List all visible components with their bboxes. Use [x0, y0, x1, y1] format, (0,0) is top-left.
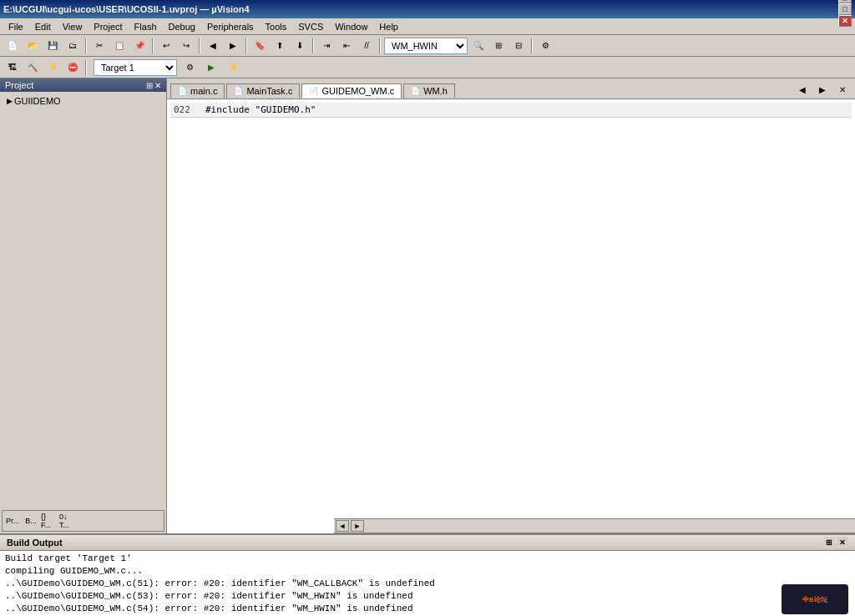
maximize-button[interactable]: □: [838, 3, 852, 15]
build-target-button[interactable]: 🏗: [3, 58, 22, 77]
build-output-panel: Build Output ⊞ ✕ Build target 'Target 1'…: [0, 533, 855, 616]
build-output-configure[interactable]: ⊞: [823, 537, 835, 548]
tab-wm-h[interactable]: 📄 WM.h: [403, 83, 455, 98]
title-controls: _ □ ✕: [838, 0, 852, 27]
unindent-button[interactable]: ⇤: [337, 37, 356, 55]
nav-forward-button[interactable]: ▶: [224, 37, 242, 55]
build-output-close[interactable]: ✕: [837, 537, 848, 548]
comment-button[interactable]: //: [357, 37, 376, 55]
copy-button[interactable]: 📋: [110, 37, 129, 55]
main-content: Project ⊞ ✕ ▶ GUIIDEMO Pr... B... {} F..…: [0, 78, 855, 533]
toolbar-build: 🏗 🔨 ⚡ ⛔ Target 1 ⚙ ▶ ⚡: [0, 57, 855, 78]
redo-button[interactable]: ↪: [177, 37, 195, 55]
separator-8: [85, 60, 87, 75]
symbol-dropdown[interactable]: WM_HWIN: [384, 38, 468, 54]
cut-button[interactable]: ✂: [90, 37, 109, 55]
project-configure-button[interactable]: ⊞: [146, 81, 153, 90]
menu-file[interactable]: File: [3, 20, 28, 33]
code-area[interactable]: 022 #include "GUIDEMO.h" ◀ ▶: [167, 99, 855, 533]
build-output-content[interactable]: Build target 'Target 1'compiling GUIDEMO…: [0, 551, 855, 616]
separator-1: [85, 38, 87, 53]
run-button[interactable]: ▶: [202, 58, 220, 77]
menu-edit[interactable]: Edit: [30, 20, 56, 33]
scroll-left-btn[interactable]: ◀: [336, 520, 349, 532]
rebuild-button[interactable]: 🔨: [23, 58, 42, 77]
browse-button[interactable]: ⊟: [509, 37, 528, 55]
open-file-button[interactable]: 📂: [23, 37, 42, 55]
bookmark-button[interactable]: 🔖: [250, 37, 269, 55]
tree-item-guiidemo[interactable]: ▶ GUIIDEMO: [3, 95, 163, 107]
title-bar: E:\UCGUI\ucgui-ucos\USER\UCOSII-1.uvproj…: [0, 0, 855, 18]
tab-maintask-c[interactable]: 📄 MainTask.c: [226, 83, 300, 98]
scroll-right-btn[interactable]: ▶: [351, 520, 364, 532]
file-icon-main: 📄: [178, 87, 187, 95]
tree-item-label: GUIIDEMO: [14, 96, 61, 106]
tab-close-btn[interactable]: ✕: [833, 80, 852, 98]
tab-close-right[interactable]: ▶: [813, 80, 832, 98]
menu-window[interactable]: Window: [330, 20, 372, 33]
find-button[interactable]: 🔍: [469, 37, 488, 55]
target-area: Target 1 ⚙ ▶ ⚡: [94, 58, 242, 77]
target-options-button[interactable]: ⚙: [180, 58, 199, 77]
code-line: 022 #include "GUIDEMO.h": [170, 103, 852, 118]
toolbar-main: 📄 📂 💾 🗂 ✂ 📋 📌 ↩ ↪ ◀ ▶ 🔖 ⬆ ⬇ ⇥ ⇤ // WM_HW…: [0, 35, 855, 57]
tab-main-c[interactable]: 📄 main.c: [170, 83, 225, 98]
window-title: E:\UCGUI\ucgui-ucos\USER\UCOSII-1.uvproj…: [3, 4, 250, 14]
undo-button[interactable]: ↩: [157, 37, 175, 55]
file-icon-guidemo: 📄: [309, 87, 318, 95]
separator-2: [152, 38, 154, 53]
tab-label-maintask: MainTask.c: [246, 86, 292, 96]
proj-tab-files-button[interactable]: Pr...: [3, 512, 22, 530]
menu-flash[interactable]: Flash: [129, 20, 162, 33]
target-dropdown[interactable]: Target 1: [94, 59, 177, 76]
new-file-button[interactable]: 📄: [3, 37, 22, 55]
menu-help[interactable]: Help: [374, 20, 403, 33]
prev-bookmark-button[interactable]: ⬆: [271, 37, 289, 55]
close-button[interactable]: ✕: [838, 15, 852, 27]
settings-button[interactable]: ⚙: [536, 37, 554, 55]
proj-tab-funcs-button[interactable]: {} F...: [40, 512, 58, 530]
code-nav: ◀ ▶: [334, 518, 855, 533]
menu-tools[interactable]: Tools: [261, 20, 292, 33]
project-tree: ▶ GUIIDEMO: [0, 92, 166, 110]
file-icon-maintask: 📄: [234, 87, 243, 95]
separator-7: [531, 38, 533, 53]
tab-label-guidemo: GUIDEMO_WM.c: [321, 86, 394, 96]
line-number: 022: [174, 104, 199, 115]
nav-back-button[interactable]: ◀: [204, 37, 222, 55]
menu-debug[interactable]: Debug: [164, 20, 200, 33]
tab-label-wmh: WM.h: [423, 86, 448, 96]
menu-peripherals[interactable]: Peripherals: [202, 20, 259, 33]
file-tabs-controls: ◀ ▶ ✕: [793, 80, 852, 98]
tab-guidemo-wm-c[interactable]: 📄 GUIDEMO_WM.c: [301, 83, 402, 98]
line-content: #include "GUIDEMO.h": [205, 104, 316, 115]
indent-button[interactable]: ⇥: [317, 37, 336, 55]
build-line: ..\GUIDemo\GUIDEMO_WM.c(51): error: #20:…: [3, 578, 852, 590]
separator-4: [245, 38, 247, 53]
build-output-title: Build Output: [7, 538, 63, 548]
project-header: Project ⊞ ✕: [0, 78, 166, 92]
paste-button[interactable]: 📌: [130, 37, 149, 55]
project-panel: Project ⊞ ✕ ▶ GUIIDEMO Pr... B... {} F..…: [0, 78, 167, 533]
menu-view[interactable]: View: [58, 20, 88, 33]
menu-project[interactable]: Project: [89, 20, 127, 33]
tab-label-main: main.c: [190, 86, 217, 96]
save-all-button[interactable]: 🗂: [63, 37, 82, 55]
flash-button[interactable]: ⚡: [224, 58, 242, 77]
menu-svcs[interactable]: SVCS: [293, 20, 328, 33]
proj-tab-templates-button[interactable]: 0↓ T...: [58, 512, 77, 530]
build-line: compiling GUIDEMO_WM.c...: [3, 565, 852, 578]
stop-build-button[interactable]: ⛔: [63, 58, 82, 77]
tab-close-left[interactable]: ◀: [793, 80, 812, 98]
proj-tab-books-button[interactable]: B...: [22, 512, 40, 530]
build-output-header: Build Output ⊞ ✕: [0, 535, 855, 551]
separator-6: [379, 38, 381, 53]
menu-bar: File Edit View Project Flash Debug Perip…: [0, 18, 855, 35]
project-close-button[interactable]: ✕: [154, 81, 161, 90]
compile-file-button[interactable]: ⚡: [43, 58, 62, 77]
editor-area: 📄 main.c 📄 MainTask.c 📄 GUIDEMO_WM.c 📄 W…: [167, 78, 855, 533]
save-button[interactable]: 💾: [43, 37, 62, 55]
next-bookmark-button[interactable]: ⬇: [291, 37, 309, 55]
file-icon-wmh: 📄: [411, 87, 420, 95]
ref-button[interactable]: ⊞: [489, 37, 508, 55]
